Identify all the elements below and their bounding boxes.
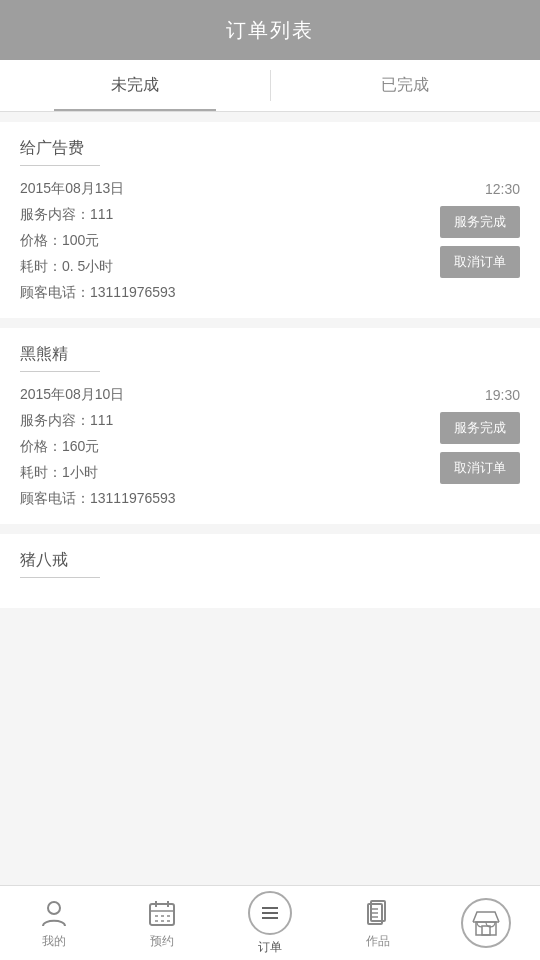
order-name-divider bbox=[20, 371, 100, 372]
tab-complete[interactable]: 已完成 bbox=[271, 60, 541, 111]
nav-item-booking[interactable]: 预约 bbox=[108, 897, 216, 950]
order-price: 价格：160元 bbox=[20, 438, 440, 456]
order-detail-row: 服务内容：111 价格：100元 耗时：0. 5小时 顾客电话：13111976… bbox=[20, 206, 520, 302]
nav-label-works: 作品 bbox=[366, 933, 390, 950]
order-duration: 耗时：1小时 bbox=[20, 464, 440, 482]
tab-incomplete[interactable]: 未完成 bbox=[0, 60, 270, 111]
nav-label-booking: 预约 bbox=[150, 933, 174, 950]
calendar-icon bbox=[146, 897, 178, 929]
order-time: 19:30 bbox=[485, 387, 520, 403]
nav-label-mine: 我的 bbox=[42, 933, 66, 950]
order-price: 价格：100元 bbox=[20, 232, 440, 250]
order-date: 2015年08月13日 bbox=[20, 180, 124, 198]
nav-label-orders: 订单 bbox=[258, 939, 282, 956]
order-card: 猪八戒 bbox=[0, 534, 540, 608]
bottom-nav: 我的 预约 订 bbox=[0, 885, 540, 960]
order-detail-row: 服务内容：111 价格：160元 耗时：1小时 顾客电话：13111976593… bbox=[20, 412, 520, 508]
order-service: 服务内容：111 bbox=[20, 412, 440, 430]
tab-bar: 未完成 已完成 bbox=[0, 60, 540, 112]
cancel-button[interactable]: 取消订单 bbox=[440, 246, 520, 278]
nav-item-store[interactable] bbox=[432, 898, 540, 948]
nav-item-mine[interactable]: 我的 bbox=[0, 897, 108, 950]
svg-rect-21 bbox=[482, 926, 490, 935]
store-icon-circle bbox=[461, 898, 511, 948]
complete-button[interactable]: 服务完成 bbox=[440, 206, 520, 238]
order-phone: 顾客电话：13111976593 bbox=[20, 490, 440, 508]
order-time: 12:30 bbox=[485, 181, 520, 197]
order-date-row: 2015年08月13日 12:30 bbox=[20, 180, 520, 198]
order-name: 黑熊精 bbox=[20, 344, 520, 365]
order-name: 给广告费 bbox=[20, 138, 520, 159]
order-date-row: 2015年08月10日 19:30 bbox=[20, 386, 520, 404]
header-title: 订单列表 bbox=[226, 17, 314, 44]
nav-item-works[interactable]: 作品 bbox=[324, 897, 432, 950]
svg-rect-1 bbox=[150, 904, 174, 925]
order-list: 给广告费 2015年08月13日 12:30 服务内容：111 价格：100元 … bbox=[0, 112, 540, 885]
order-details: 服务内容：111 价格：160元 耗时：1小时 顾客电话：13111976593 bbox=[20, 412, 440, 508]
order-date: 2015年08月10日 bbox=[20, 386, 124, 404]
order-action-buttons: 服务完成 取消订单 bbox=[440, 206, 520, 278]
header: 订单列表 bbox=[0, 0, 540, 60]
order-duration: 耗时：0. 5小时 bbox=[20, 258, 440, 276]
svg-point-0 bbox=[48, 902, 60, 914]
order-action-buttons: 服务完成 取消订单 bbox=[440, 412, 520, 484]
cancel-button[interactable]: 取消订单 bbox=[440, 452, 520, 484]
order-card: 黑熊精 2015年08月10日 19:30 服务内容：111 价格：160元 耗… bbox=[0, 328, 540, 524]
person-icon bbox=[38, 897, 70, 929]
order-details: 服务内容：111 价格：100元 耗时：0. 5小时 顾客电话：13111976… bbox=[20, 206, 440, 302]
orders-icon-circle bbox=[248, 891, 292, 935]
order-name-divider bbox=[20, 577, 100, 578]
order-card: 给广告费 2015年08月13日 12:30 服务内容：111 价格：100元 … bbox=[0, 122, 540, 318]
nav-item-orders[interactable]: 订单 bbox=[216, 891, 324, 956]
order-name-divider bbox=[20, 165, 100, 166]
order-name: 猪八戒 bbox=[20, 550, 520, 571]
works-icon bbox=[362, 897, 394, 929]
order-phone: 顾客电话：13111976593 bbox=[20, 284, 440, 302]
order-service: 服务内容：111 bbox=[20, 206, 440, 224]
complete-button[interactable]: 服务完成 bbox=[440, 412, 520, 444]
